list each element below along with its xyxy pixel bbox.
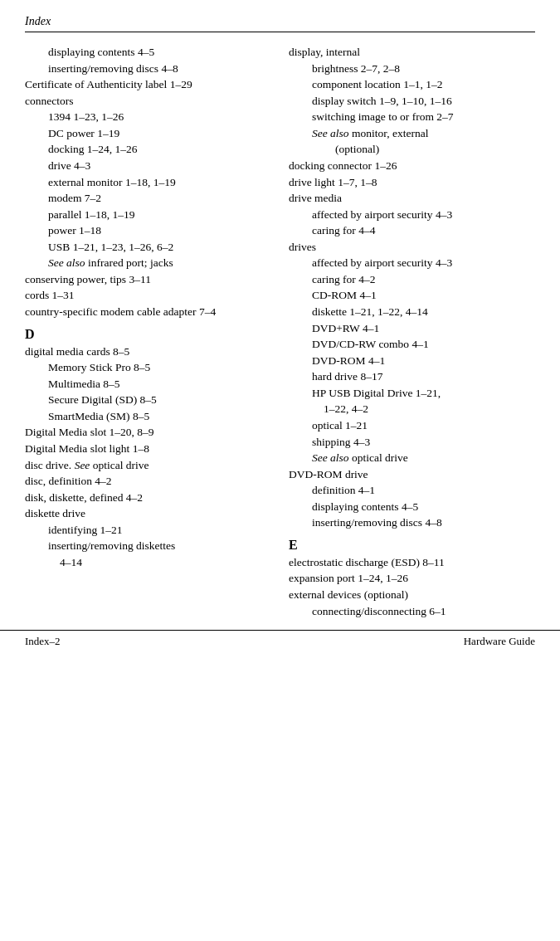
list-item: drive 4–3 [25,158,265,174]
list-item: Certificate of Authenticity label 1–29 [25,76,265,93]
list-item: docking connector 1–26 [289,158,535,174]
list-item: displaying contents 4–5 [289,499,535,515]
list-item: electrostatic discharge (ESD) 8–11 [289,554,535,571]
list-item: HP USB Digital Drive 1–21, [289,385,535,402]
list-item: component location 1–1, 1–2 [289,76,535,93]
list-item: docking 1–24, 1–26 [25,141,265,158]
list-item: parallel 1–18, 1–19 [25,207,265,223]
list-item: diskette 1–21, 1–22, 4–14 [289,304,535,320]
footer-right: Hardware Guide [464,635,535,648]
list-item: affected by airport security 4–3 [289,255,535,271]
list-item: definition 4–1 [289,482,535,499]
list-item: displaying contents 4–5 [25,44,265,61]
list-item: SmartMedia (SM) 8–5 [25,408,265,425]
list-item: disc, definition 4–2 [25,473,265,490]
list-item: displaying contents 4–5 inserting/removi… [25,44,265,76]
list-item: conserving power, tips 3–11 [25,271,265,288]
content-area: displaying contents 4–5 inserting/removi… [25,44,535,619]
section-letter-e: E [289,538,535,553]
page-footer: Index–2 Hardware Guide [0,630,560,652]
list-item: Secure Digital (SD) 8–5 [25,392,265,408]
footer-left: Index–2 [25,635,61,648]
list-item: 4–14 [25,554,265,571]
list-item: caring for 4–2 [289,271,535,288]
list-item: Digital Media slot light 1–8 [25,441,265,457]
list-item: See also infrared port; jacks [25,255,265,271]
list-item: country-specific modem cable adapter 7–4 [25,304,265,320]
list-item: disc drive. See optical drive [25,457,265,474]
list-item: Digital Media slot 1–20, 8–9 [25,424,265,441]
list-item: modem 7–2 [25,190,265,207]
list-item: DVD-ROM 4–1 [289,353,535,369]
list-item: cords 1–31 [25,287,265,304]
list-item: inserting/removing discs 4–8 [289,514,535,531]
section-e: E [289,538,535,553]
section-d: D [25,327,265,342]
list-item: DVD/CD-RW combo 4–1 [289,336,535,353]
list-item: Digital Media slot 1–20, 8–9 [25,424,265,441]
list-item: drive media [289,190,535,207]
list-item: drives [289,239,535,256]
list-item: disk, diskette, defined 4–2 [25,490,265,506]
list-item: expansion port 1–24, 1–26 [289,570,535,587]
list-item: optical 1–21 [289,417,535,434]
list-item: display switch 1–9, 1–10, 1–16 [289,93,535,110]
header-title: Index [25,15,51,27]
list-item: conserving power, tips 3–11 [25,271,265,288]
list-item: digital media cards 8–5 [25,344,265,360]
list-item: DVD-ROM drive [289,466,535,483]
list-item: connectors [25,93,265,110]
right-column: display, internal brightness 2–7, 2–8 co… [289,44,535,619]
list-item: connectors 1394 1–23, 1–26 DC power 1–19… [25,93,265,271]
list-item: drive light 1–7, 1–8 [289,174,535,191]
list-item: switching image to or from 2–7 [289,109,535,125]
list-item: identifying 1–21 [25,522,265,539]
list-item: external devices (optional) connecting/d… [289,587,535,619]
list-item: DVD-ROM drive definition 4–1 displaying … [289,466,535,531]
page-container: Index displaying contents 4–5 inserting/… [0,0,560,652]
list-item: caring for 4–4 [289,222,535,239]
list-item: disc, definition 4–2 [25,473,265,490]
list-item: display, internal brightness 2–7, 2–8 co… [289,44,535,158]
list-item: affected by airport security 4–3 [289,207,535,223]
list-item: Certificate of Authenticity label 1–29 [25,76,265,93]
list-item: 1394 1–23, 1–26 [25,109,265,125]
list-item: drive light 1–7, 1–8 [289,174,535,191]
list-item: hard drive 8–17 [289,368,535,385]
list-item: diskette drive [25,505,265,522]
list-item: digital media cards 8–5 Memory Stick Pro… [25,344,265,425]
list-item: cords 1–31 [25,287,265,304]
list-item: shipping 4–3 [289,434,535,451]
list-item: expansion port 1–24, 1–26 [289,570,535,587]
list-item: 1–22, 4–2 [289,401,535,417]
list-item: DC power 1–19 [25,125,265,142]
list-item: drives affected by airport security 4–3 … [289,239,535,466]
list-item: Digital Media slot light 1–8 [25,441,265,457]
page-header: Index [25,15,535,32]
list-item: Multimedia 8–5 [25,376,265,392]
list-item: Memory Stick Pro 8–5 [25,359,265,376]
list-item: diskette drive identifying 1–21 insertin… [25,505,265,570]
list-item: external devices (optional) [289,587,535,603]
list-item: electrostatic discharge (ESD) 8–11 [289,554,535,571]
list-item: disk, diskette, defined 4–2 [25,490,265,506]
left-column: displaying contents 4–5 inserting/removi… [25,44,265,619]
list-item: connecting/disconnecting 6–1 [289,603,535,620]
list-item: (optional) [289,141,535,158]
list-item: See also monitor, external [289,125,535,142]
list-item: drive media affected by airport security… [289,190,535,239]
list-item: display, internal [289,44,535,61]
list-item: See also optical drive [289,450,535,466]
list-item: country-specific modem cable adapter 7–4 [25,304,265,320]
list-item: docking connector 1–26 [289,158,535,174]
list-item: USB 1–21, 1–23, 1–26, 6–2 [25,239,265,256]
list-item: external monitor 1–18, 1–19 [25,174,265,191]
list-item: DVD+RW 4–1 [289,320,535,337]
list-item: inserting/removing discs 4–8 [25,61,265,77]
list-item: disc drive. See optical drive [25,457,265,474]
list-item: brightness 2–7, 2–8 [289,61,535,77]
list-item: CD-ROM 4–1 [289,287,535,304]
list-item: power 1–18 [25,222,265,239]
section-letter-d: D [25,327,265,342]
list-item: inserting/removing diskettes [25,538,265,554]
